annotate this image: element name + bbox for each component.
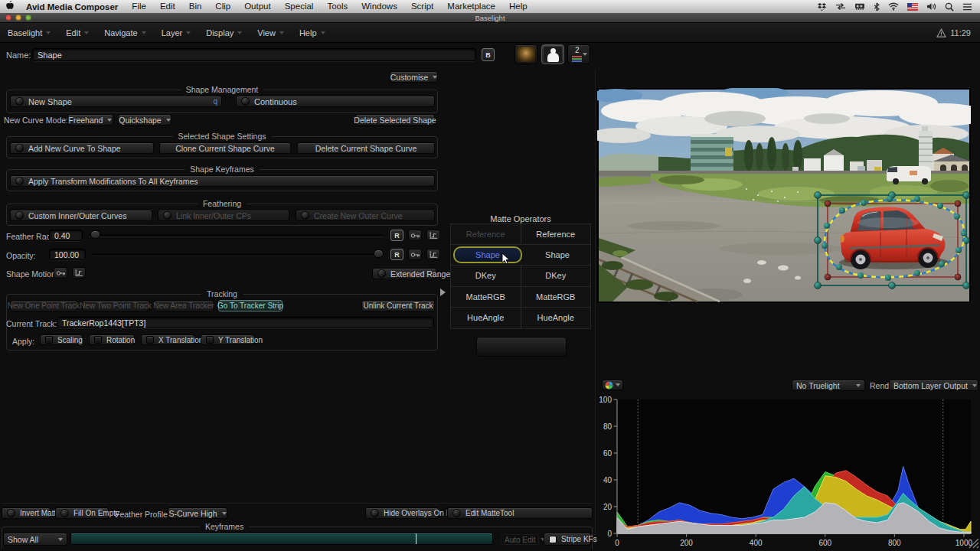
playhead[interactable] xyxy=(416,533,416,544)
feather-radius-key-button[interactable] xyxy=(408,230,422,241)
display-arrows-icon[interactable] xyxy=(835,2,846,11)
matte-op-right-shape[interactable]: Shape xyxy=(524,245,590,265)
matte-op-right-hueangle[interactable]: HueAngle xyxy=(521,308,591,328)
clone-shape-curve-button[interactable]: Clone Current Shape Curve xyxy=(159,142,291,154)
matte-op-left-shape[interactable]: Shape xyxy=(453,246,522,263)
link-cps-button[interactable]: Link Inner/Outer CPs xyxy=(158,210,289,221)
menu-item-help[interactable]: Help xyxy=(502,0,534,13)
memory-icon[interactable] xyxy=(854,2,865,11)
dropbox-icon[interactable] xyxy=(817,2,827,11)
curve-mode-dropdown[interactable]: Freehand xyxy=(67,114,113,126)
matte-preview-strip[interactable] xyxy=(476,337,567,357)
matte-op-left-mattergb[interactable]: MatteRGB xyxy=(451,287,521,307)
warning-icon[interactable] xyxy=(936,28,946,37)
hide-overlays-button[interactable]: Hide Overlays On Edit xyxy=(365,507,439,519)
notification-list-icon[interactable] xyxy=(962,3,972,11)
apply-transform-button[interactable]: Apply Transform Modifications To All Key… xyxy=(10,175,435,187)
menu-item-script[interactable]: Script xyxy=(404,0,440,13)
bluetooth-icon[interactable] xyxy=(874,2,880,11)
delete-selected-shape-button[interactable]: Delete Selected Shape xyxy=(355,114,435,126)
quickshape-dropdown[interactable]: Quickshape xyxy=(118,114,172,126)
opacity-slider[interactable] xyxy=(92,249,384,259)
fill-on-empty-button[interactable]: Fill On Empty xyxy=(55,507,109,519)
opacity-reset-button[interactable]: R xyxy=(390,249,403,260)
baselight-menu-navigate[interactable]: Navigate xyxy=(96,28,153,37)
spotlight-icon[interactable] xyxy=(945,2,954,11)
feather-radius-input[interactable] xyxy=(49,230,83,241)
matte-op-left-reference[interactable]: Reference xyxy=(451,224,521,244)
keyboard-entry-button[interactable]: B xyxy=(482,48,495,61)
matte-operators-title: Matte Operators xyxy=(450,214,591,223)
new-two-point-track-button[interactable]: New Two Point Track xyxy=(82,300,149,311)
customise-button[interactable]: Customise xyxy=(390,71,438,83)
add-new-curve-button[interactable]: Add New Curve To Shape xyxy=(10,142,154,154)
matte-op-right-reference[interactable]: Reference xyxy=(521,224,591,244)
baselight-menu-baselight[interactable]: Baselight xyxy=(0,28,58,37)
menu-item-edit[interactable]: Edit xyxy=(153,0,182,13)
panel-expander-icon[interactable] xyxy=(440,289,446,296)
menu-item-tools[interactable]: Tools xyxy=(320,0,354,13)
resize-grip-icon[interactable] xyxy=(968,537,980,549)
extended-ranges-button[interactable]: Extended Ranges xyxy=(372,268,436,279)
apply-rotation-toggle[interactable]: Rotation xyxy=(89,334,135,345)
unlink-current-track-button[interactable]: Unlink Current Track xyxy=(361,300,435,311)
viewer-image[interactable] xyxy=(597,88,971,303)
custom-curves-button[interactable]: Custom Inner/Outer Curves xyxy=(10,210,152,221)
volume-icon[interactable] xyxy=(926,2,936,11)
matte-thumbnail-button[interactable] xyxy=(541,44,564,64)
view-colour-button[interactable] xyxy=(602,380,623,390)
invert-matte-button[interactable]: Invert Matte xyxy=(2,507,51,519)
shape-motion-curve-button[interactable] xyxy=(72,267,86,279)
menu-item-bin[interactable]: Bin xyxy=(182,0,209,13)
current-track-input[interactable] xyxy=(57,317,434,328)
shape-motion-key-button[interactable] xyxy=(54,267,67,279)
show-all-dropdown[interactable]: Show All xyxy=(3,533,67,546)
delete-shape-curve-button[interactable]: Delete Current Shape Curve xyxy=(297,142,435,154)
apply-scaling-toggle[interactable]: Scaling xyxy=(40,334,83,345)
matte-op-left-hueangle[interactable]: HueAngle xyxy=(451,308,521,328)
keyframes-timeline[interactable] xyxy=(70,533,493,545)
apple-menu-icon[interactable] xyxy=(0,0,19,14)
baselight-menu-layer[interactable]: Layer xyxy=(154,28,199,37)
new-shape-button[interactable]: New Shape q xyxy=(10,96,222,107)
active-app-name[interactable]: Avid Media Composer xyxy=(19,2,125,11)
name-input[interactable] xyxy=(32,48,476,61)
feather-radius-curve-button[interactable] xyxy=(426,230,440,241)
new-one-point-track-button[interactable]: New One Point Track xyxy=(10,300,77,311)
opacity-key-button[interactable] xyxy=(408,249,422,260)
edit-mattetool-button[interactable]: Edit MatteTool xyxy=(447,507,593,519)
opacity-curve-button[interactable] xyxy=(426,249,440,260)
feather-radius-slider[interactable] xyxy=(89,230,384,240)
image-thumbnail-button[interactable] xyxy=(514,44,537,64)
baselight-menu-edit[interactable]: Edit xyxy=(58,28,96,37)
new-area-tracker-button[interactable]: New Area Tracker xyxy=(154,300,214,311)
matte-op-right-mattergb[interactable]: MatteRGB xyxy=(521,287,591,307)
apply-x-translation-toggle[interactable]: X Translation xyxy=(141,334,194,345)
menu-item-special[interactable]: Special xyxy=(278,0,321,13)
menu-item-marketplace[interactable]: Marketplace xyxy=(440,0,502,13)
opacity-input[interactable] xyxy=(49,249,86,260)
matte-op-left-dkey[interactable]: DKey xyxy=(451,266,521,285)
baselight-menu-display[interactable]: Display xyxy=(198,28,250,37)
wifi-icon[interactable] xyxy=(888,2,899,11)
apply-y-translation-toggle[interactable]: Y Translation xyxy=(201,334,254,345)
window-titlebar[interactable]: Baselight xyxy=(0,13,980,23)
truelight-dropdown[interactable]: No Truelight xyxy=(792,380,865,391)
menu-item-file[interactable]: File xyxy=(125,0,153,13)
feather-radius-reset-button[interactable]: R xyxy=(390,230,403,241)
render-output-dropdown[interactable]: Bottom Layer Output xyxy=(889,380,978,391)
baselight-menu-view[interactable]: View xyxy=(250,28,292,37)
menu-item-output[interactable]: Output xyxy=(237,0,278,13)
layer-count-button[interactable]: 2 xyxy=(567,44,590,64)
menu-item-windows[interactable]: Windows xyxy=(354,0,404,13)
go-to-tracker-strip-button[interactable]: Go To Tracker Strip xyxy=(218,300,283,311)
baselight-menu-help[interactable]: Help xyxy=(292,28,333,37)
feather-profile-dropdown[interactable]: S-Curve High xyxy=(168,507,227,519)
auto-edit-dropdown[interactable]: Auto Edit xyxy=(501,534,539,545)
menu-item-clip[interactable]: Clip xyxy=(208,0,237,13)
matte-op-right-dkey[interactable]: DKey xyxy=(521,266,591,285)
stripe-kfs-button[interactable]: Stripe KFs xyxy=(544,533,591,546)
create-outer-curve-button[interactable]: Create New Outer Curve xyxy=(296,210,435,221)
us-flag-icon[interactable] xyxy=(907,3,918,11)
continuous-button[interactable]: Continuous xyxy=(236,96,435,107)
